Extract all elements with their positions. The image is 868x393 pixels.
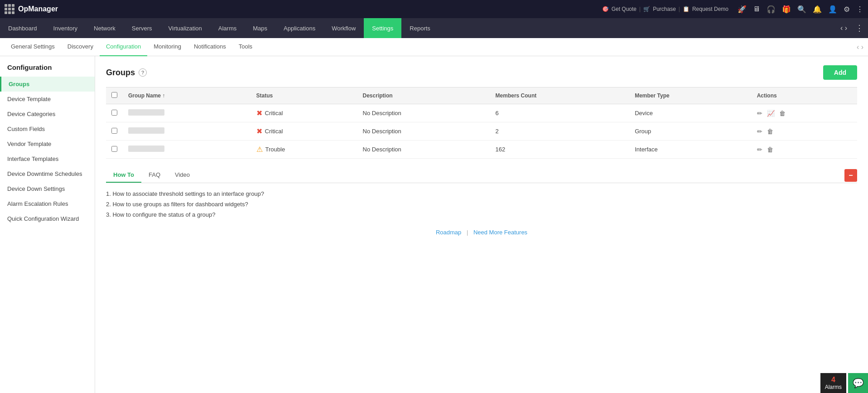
app-logo[interactable]: OpManager <box>5 4 58 14</box>
nav-workflow[interactable]: Workflow <box>323 18 364 38</box>
alarms-badge[interactable]: 4 Alarms <box>820 373 846 393</box>
nav-network[interactable]: Network <box>86 18 124 38</box>
chat-icon: 💬 <box>853 378 864 388</box>
tab-notifications[interactable]: Notifications <box>188 38 232 56</box>
select-all-checkbox[interactable] <box>111 92 117 98</box>
purchase-link[interactable]: Purchase <box>653 6 676 12</box>
help-tab-howto[interactable]: How To <box>106 168 141 183</box>
topbar-actions: 🎯 Get Quote | 🛒 Purchase | 📋 Request Dem… <box>602 6 728 12</box>
need-more-features-link[interactable]: Need More Features <box>473 229 527 236</box>
row-1-edit-button[interactable]: ✏ <box>757 128 762 135</box>
row-2-group-name <box>123 141 251 159</box>
more-icon[interactable]: ⋮ <box>856 5 863 14</box>
sidebar-item-groups[interactable]: Groups <box>0 77 95 92</box>
gift-icon[interactable]: 🎁 <box>782 5 791 14</box>
chat-badge[interactable]: 💬 <box>848 373 868 393</box>
page-header: Groups ? Add <box>106 65 857 80</box>
app-name: OpManager <box>18 5 58 13</box>
sidebar-item-interface-templates[interactable]: Interface Templates <box>0 151 95 166</box>
row-2-edit-button[interactable]: ✏ <box>757 146 762 153</box>
col-group-name: Group Name ↑ <box>123 87 251 104</box>
col-description: Description <box>357 87 490 104</box>
sidebar-item-device-down-settings[interactable]: Device Down Settings <box>0 181 95 196</box>
get-quote-link[interactable]: Get Quote <box>612 6 637 12</box>
rocket-icon[interactable]: 🚀 <box>738 5 747 14</box>
request-demo-link[interactable]: Request Demo <box>692 6 728 12</box>
row-1-group-name <box>123 122 251 141</box>
row-2-status-label: Trouble <box>265 146 285 153</box>
sidebar-item-device-downtime-schedules[interactable]: Device Downtime Schedules <box>0 166 95 181</box>
nav-dashboard[interactable]: Dashboard <box>0 18 45 38</box>
search-icon[interactable]: 🔍 <box>797 5 806 14</box>
row-2-checkbox[interactable] <box>111 146 117 152</box>
row-1-member-type: Group <box>629 122 751 141</box>
help-icon[interactable]: ? <box>139 68 147 77</box>
grid-icon <box>5 4 14 14</box>
main-content: Groups ? Add Group Name ↑ Status Descrip… <box>95 56 868 393</box>
nav-virtualization[interactable]: Virtualization <box>160 18 210 38</box>
row-0-edit-button[interactable]: ✏ <box>757 110 762 117</box>
tab-tools[interactable]: Tools <box>232 38 259 56</box>
nav-arrows[interactable]: ‹ › <box>837 24 851 32</box>
row-1-checkbox[interactable] <box>111 128 117 134</box>
tab-discovery[interactable]: Discovery <box>61 38 100 56</box>
col-status: Status <box>251 87 357 104</box>
nav-servers[interactable]: Servers <box>124 18 160 38</box>
table-row: ✖CriticalNo Description2Group✏🗑 <box>106 122 857 141</box>
row-0-chart-button[interactable]: 📈 <box>767 110 775 117</box>
nav-inventory[interactable]: Inventory <box>45 18 86 38</box>
nav-alarms[interactable]: Alarms <box>210 18 245 38</box>
bell-icon[interactable]: 🔔 <box>813 5 822 14</box>
sidebar-item-vendor-template[interactable]: Vendor Template <box>0 136 95 151</box>
help-list: How to associate threshold settings to a… <box>106 189 857 220</box>
row-2-actions: ✏🗑 <box>752 141 857 159</box>
collapse-button[interactable]: − <box>844 169 857 182</box>
request-demo-icon: 📋 <box>683 6 690 12</box>
nav-reports[interactable]: Reports <box>401 18 439 38</box>
sidebar-item-device-categories[interactable]: Device Categories <box>0 107 95 121</box>
nav-applications[interactable]: Applications <box>275 18 323 38</box>
row-2-description: No Description <box>357 141 490 159</box>
topbar: OpManager 🎯 Get Quote | 🛒 Purchase | 📋 R… <box>0 0 868 18</box>
row-0-delete-button[interactable]: 🗑 <box>779 110 786 117</box>
nav-more[interactable]: ⋮ <box>851 23 868 33</box>
help-tabs: How To FAQ Video − <box>106 168 857 183</box>
row-0-group-name <box>123 104 251 122</box>
help-item-0[interactable]: How to associate threshold settings to a… <box>106 189 857 199</box>
table-row: ⚠TroubleNo Description162Interface✏🗑 <box>106 141 857 159</box>
headset-icon[interactable]: 🎧 <box>767 5 776 14</box>
settings-icon[interactable]: ⚙ <box>844 5 850 14</box>
help-item-1[interactable]: How to use groups as filters for dashboa… <box>106 199 857 209</box>
tab-configuration[interactable]: Configuration <box>100 38 147 56</box>
help-tab-faq[interactable]: FAQ <box>141 168 168 183</box>
row-1-status: ✖Critical <box>251 122 357 141</box>
roadmap-link[interactable]: Roadmap <box>436 229 461 236</box>
row-1-description: No Description <box>357 122 490 141</box>
trouble-icon: ⚠ <box>256 145 263 154</box>
add-button[interactable]: Add <box>823 65 857 80</box>
sidebar-item-device-template[interactable]: Device Template <box>0 92 95 107</box>
row-1-delete-button[interactable]: 🗑 <box>767 128 773 135</box>
footer-links: Roadmap | Need More Features <box>106 229 857 236</box>
row-1-members-count: 2 <box>490 122 630 141</box>
help-item-2[interactable]: How to configure the status of a group? <box>106 209 857 220</box>
tab-monitoring[interactable]: Monitoring <box>147 38 188 56</box>
sidebar-item-custom-fields[interactable]: Custom Fields <box>0 121 95 136</box>
nav-maps[interactable]: Maps <box>245 18 275 38</box>
help-tab-video[interactable]: Video <box>168 168 197 183</box>
critical-icon: ✖ <box>256 127 262 136</box>
sub-nav: General Settings Discovery Configuration… <box>0 38 868 56</box>
get-quote-icon: 🎯 <box>602 6 609 12</box>
user-icon[interactable]: 👤 <box>828 5 837 14</box>
row-2-delete-button[interactable]: 🗑 <box>767 146 773 153</box>
row-0-status: ✖Critical <box>251 104 357 122</box>
nav-settings[interactable]: Settings <box>364 18 401 38</box>
sidebar-item-alarm-escalation-rules[interactable]: Alarm Escalation Rules <box>0 196 95 211</box>
tab-general-settings[interactable]: General Settings <box>5 38 61 56</box>
row-0-member-type: Device <box>629 104 751 122</box>
sub-arrows[interactable]: ‹ › <box>857 43 863 51</box>
monitor-icon[interactable]: 🖥 <box>753 5 760 13</box>
row-0-checkbox[interactable] <box>111 110 117 116</box>
sidebar-item-quick-config-wizard[interactable]: Quick Configuration Wizard <box>0 211 95 226</box>
col-member-type: Member Type <box>629 87 751 104</box>
